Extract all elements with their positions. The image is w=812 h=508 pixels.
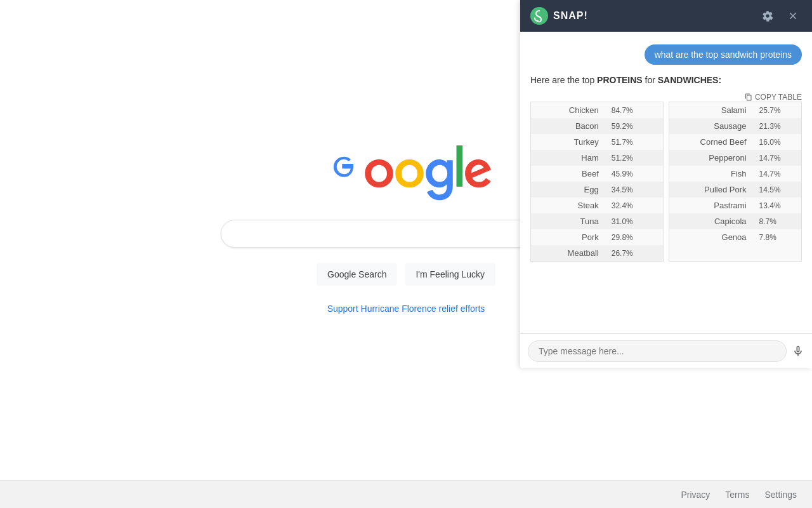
data-table-container: Chicken84.7%Bacon59.2%Turkey51.7%Ham51.2…: [530, 102, 802, 262]
protein-pct: 14.7%: [753, 150, 801, 166]
protein-name: Pork: [531, 229, 605, 245]
table-right: Salami25.7%Sausage21.3%Corned Beef16.0%P…: [669, 102, 802, 262]
protein-pct: 84.7%: [605, 102, 663, 118]
snap-settings-button[interactable]: [759, 7, 776, 25]
protein-pct: 45.9%: [605, 166, 663, 182]
footer-terms-link[interactable]: Terms: [725, 490, 749, 500]
snap-message-input[interactable]: [528, 340, 787, 362]
protein-pct: 29.8%: [605, 229, 663, 245]
protein-name: Salami: [669, 102, 753, 118]
table-row: Fish14.7%: [669, 166, 801, 182]
mic-icon: [792, 345, 804, 358]
protein-pct: 21.3%: [753, 118, 801, 134]
table-row: Chicken84.7%: [531, 102, 663, 118]
protein-name: Ham: [531, 150, 605, 166]
table-row: Pepperoni14.7%: [669, 150, 801, 166]
snap-logo: SNAP!: [530, 7, 759, 25]
table-row: Pulled Pork14.5%: [669, 182, 801, 197]
table-row: Tuna31.0%: [531, 213, 663, 229]
protein-name: Genoa: [669, 229, 753, 245]
protein-name: Chicken: [531, 102, 605, 118]
protein-pct: 13.4%: [753, 197, 801, 213]
protein-pct: 59.2%: [605, 118, 663, 134]
snap-s-icon: [533, 10, 546, 22]
search-buttons: Google Search I'm Feeling Lucky: [317, 263, 495, 286]
protein-name: Bacon: [531, 118, 605, 134]
snap-header: SNAP!: [520, 0, 812, 32]
table-row: Egg34.5%: [531, 182, 663, 197]
close-icon: [787, 10, 799, 22]
table-row: Ham51.2%: [531, 150, 663, 166]
protein-name: Meatball: [531, 245, 605, 261]
protein-name: Pepperoni: [669, 150, 753, 166]
copy-icon: [745, 93, 752, 101]
protein-pct: 34.5%: [605, 182, 663, 197]
feeling-lucky-button[interactable]: I'm Feeling Lucky: [405, 263, 495, 286]
snap-panel: SNAP! what are the top sandwich proteins…: [520, 0, 812, 368]
protein-name: Steak: [531, 197, 605, 213]
copy-table-button[interactable]: COPY TABLE: [745, 93, 802, 102]
support-link[interactable]: Support Hurricane Florence relief effort…: [327, 304, 485, 314]
table-row: Steak32.4%: [531, 197, 663, 213]
protein-pct: 26.7%: [605, 245, 663, 261]
snap-mic-button[interactable]: [792, 345, 804, 358]
table-row: Bacon59.2%: [531, 118, 663, 134]
protein-pct: 16.0%: [753, 134, 801, 150]
protein-pct: 7.8%: [753, 229, 801, 245]
footer: Privacy Terms Settings: [0, 480, 812, 508]
gear-icon: [762, 10, 773, 22]
protein-pct: 51.2%: [605, 150, 663, 166]
snap-close-button[interactable]: [784, 7, 802, 25]
google-logo: [320, 144, 492, 204]
table-left: Chicken84.7%Bacon59.2%Turkey51.7%Ham51.2…: [530, 102, 664, 262]
snap-app-name: SNAP!: [553, 10, 588, 22]
protein-pct: 14.5%: [753, 182, 801, 197]
footer-links: Privacy Terms Settings: [681, 490, 797, 500]
table-row: Capicola8.7%: [669, 213, 801, 229]
protein-pct: 31.0%: [605, 213, 663, 229]
table-row: Genoa7.8%: [669, 229, 801, 245]
table-row: Corned Beef16.0%: [669, 134, 801, 150]
protein-name: Pastrami: [669, 197, 753, 213]
snap-header-icons: [759, 7, 802, 25]
protein-name: Beef: [531, 166, 605, 182]
protein-pct: 8.7%: [753, 213, 801, 229]
protein-pct: 14.7%: [753, 166, 801, 182]
table-row: Turkey51.7%: [531, 134, 663, 150]
protein-pct: 51.7%: [605, 134, 663, 150]
table-row: Salami25.7%: [669, 102, 801, 118]
google-search-button[interactable]: Google Search: [317, 263, 397, 286]
protein-name: Tuna: [531, 213, 605, 229]
protein-pct: 32.4%: [605, 197, 663, 213]
protein-name: Pulled Pork: [669, 182, 753, 197]
table-row: Pastrami13.4%: [669, 197, 801, 213]
protein-name: Corned Beef: [669, 134, 753, 150]
protein-name: Capicola: [669, 213, 753, 229]
protein-pct: 25.7%: [753, 102, 801, 118]
footer-settings-link[interactable]: Settings: [764, 490, 797, 500]
protein-name: Egg: [531, 182, 605, 197]
snap-content: what are the top sandwich proteins Here …: [520, 32, 812, 333]
snap-response-text: Here are the top PROTEINS for SANDWICHES…: [530, 75, 802, 85]
table-row: Pork29.8%: [531, 229, 663, 245]
protein-name: Sausage: [669, 118, 753, 134]
table-row: Beef45.9%: [531, 166, 663, 182]
protein-name: Fish: [669, 166, 753, 182]
snap-input-area: [520, 333, 812, 368]
protein-name: Turkey: [531, 134, 605, 150]
table-row: Meatball26.7%: [531, 245, 663, 261]
table-row: Sausage21.3%: [669, 118, 801, 134]
footer-privacy-link[interactable]: Privacy: [681, 490, 710, 500]
snap-logo-icon: [530, 7, 548, 25]
